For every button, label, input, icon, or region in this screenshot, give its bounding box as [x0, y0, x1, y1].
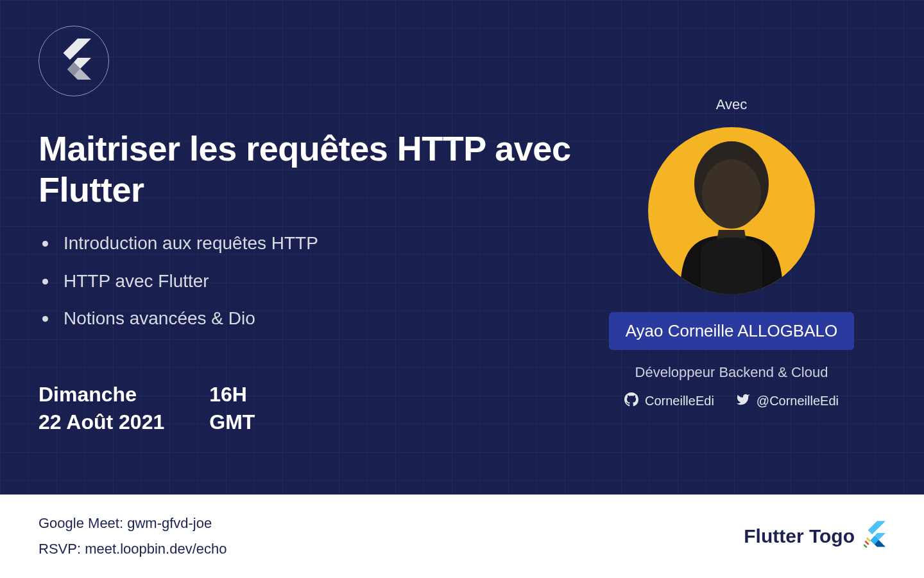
topic-item: Notions avancées & Dio: [42, 307, 578, 330]
footer-brand: Flutter Togo: [744, 521, 886, 552]
twitter-text: @CorneilleEdi: [757, 394, 839, 408]
footer: Google Meet: gwm-gfvd-joe RSVP: meet.loo…: [0, 495, 924, 578]
twitter-handle: @CorneilleEdi: [736, 392, 839, 410]
topic-text: Notions avancées & Dio: [64, 307, 255, 330]
flutter-icon: [56, 39, 91, 83]
date-day: Dimanche: [38, 381, 164, 408]
rsvp-line: RSVP: meet.loopbin.dev/echo: [38, 541, 227, 557]
svg-point-1: [702, 159, 761, 229]
github-handle: CorneilleEdi: [624, 392, 714, 410]
google-meet-line: Google Meet: gwm-gfvd-joe: [38, 515, 227, 532]
github-text: CorneilleEdi: [645, 394, 714, 408]
flutter-logo-circle: [38, 26, 109, 96]
timezone: GMT: [209, 408, 255, 436]
hero-section: Maitriser les requêtes HTTP avec Flutter…: [0, 0, 924, 495]
svg-rect-3: [864, 540, 869, 545]
topic-text: HTTP avec Flutter: [64, 270, 209, 293]
date-column: Dimanche 22 Août 2021: [38, 381, 164, 436]
speaker-socials: CorneilleEdi @CorneilleEdi: [624, 392, 839, 410]
speaker-avatar: [648, 127, 815, 294]
footer-links: Google Meet: gwm-gfvd-joe RSVP: meet.loo…: [38, 515, 227, 557]
person-silhouette-icon: [661, 134, 802, 294]
topic-item: HTTP avec Flutter: [42, 270, 578, 293]
date-full: 22 Août 2021: [38, 408, 164, 436]
speaker-name-badge: Ayao Corneille ALLOGBALO: [609, 312, 854, 350]
flutter-icon: [864, 521, 886, 552]
topic-list: Introduction aux requêtes HTTP HTTP avec…: [42, 232, 578, 344]
time-value: 16H: [209, 381, 255, 408]
hero-left: Maitriser les requêtes HTTP avec Flutter…: [38, 26, 578, 462]
svg-rect-2: [866, 537, 871, 541]
speaker-with-label: Avec: [716, 96, 748, 113]
speaker-panel: Avec Ayao Corneille ALLOGBALO Développeu…: [578, 26, 886, 462]
topic-text: Introduction aux requêtes HTTP: [64, 232, 318, 255]
event-title: Maitriser les requêtes HTTP avec Flutter: [38, 128, 578, 210]
brand-name: Flutter Togo: [744, 525, 855, 547]
speaker-role: Développeur Backend & Cloud: [635, 364, 828, 381]
event-poster: Maitriser les requêtes HTTP avec Flutter…: [0, 0, 924, 578]
github-icon: [624, 392, 638, 410]
twitter-icon: [736, 392, 750, 410]
svg-rect-4: [864, 544, 868, 548]
datetime-block: Dimanche 22 Août 2021 16H GMT: [38, 381, 578, 436]
time-column: 16H GMT: [209, 381, 255, 436]
topic-item: Introduction aux requêtes HTTP: [42, 232, 578, 255]
